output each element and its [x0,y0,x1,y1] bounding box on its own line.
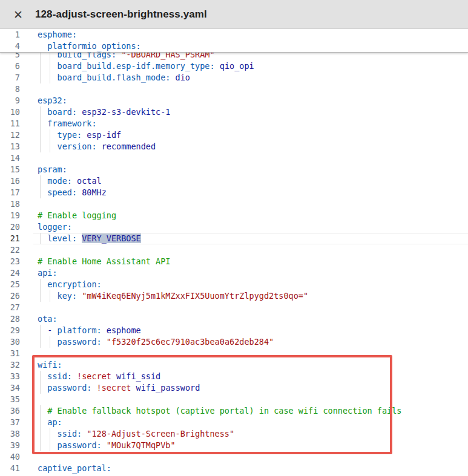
line-number[interactable]: 29 [0,325,24,336]
line-number[interactable]: 33 [0,371,24,382]
code-line[interactable]: 41captive_portal: [0,463,468,474]
code-line[interactable]: 24api: [0,267,468,279]
line-number[interactable]: 10 [0,106,24,118]
code-line[interactable]: 34 password: !secret wifi_password [0,382,468,394]
line-number[interactable]: 25 [0,279,24,290]
code-line[interactable]: 38 ssid: "128-Adjust-Screen-Brightness" [0,428,468,440]
whitespace [38,279,47,289]
code-line[interactable]: 29 - platform: esphome [0,325,468,336]
yaml-key: board_build.flash_mode: [58,73,171,82]
code-line[interactable]: 17 speed: 80MHz [0,187,468,198]
line-number[interactable]: 34 [0,382,24,394]
code-line[interactable]: 39 password: "MOuk7QTMqPVb" [0,440,468,451]
line-number[interactable]: 17 [0,187,24,198]
code-text: board: esp32-s3-devkitc-1 [38,106,171,118]
yaml-value: 80MHz [82,187,107,197]
code-line[interactable]: 32wifi: [0,359,468,371]
line-number[interactable]: 38 [0,428,24,440]
line-number[interactable]: 28 [0,313,24,325]
line-number[interactable]: 21 [0,233,24,244]
line-number[interactable]: 23 [0,256,24,267]
line-number[interactable]: 9 [0,95,24,106]
line-number[interactable]: 6 [0,60,24,72]
whitespace [38,41,47,51]
line-number[interactable]: 7 [0,72,24,83]
line-number[interactable]: 24 [0,267,24,279]
yaml-secret-tag: !secret [77,371,111,381]
code-line-current[interactable]: 21 level: VERY_VERBOSE [0,233,468,244]
line-number[interactable]: 8 [0,83,24,95]
line-number[interactable]: 20 [0,221,24,233]
code-line[interactable]: 37 ap: [0,417,468,428]
indent-guide [50,141,50,152]
code-line[interactable]: 33 ssid: !secret wifi_ssid [0,371,468,382]
code-line[interactable]: 20logger: [0,221,468,233]
code-line[interactable]: 23# Enable Home Assistant API [0,256,468,267]
code-line[interactable]: 8 [0,83,468,95]
line-number[interactable]: 27 [0,302,24,313]
line-number[interactable]: 19 [0,210,24,221]
code-line[interactable]: 36 # Enable fallback hotspot (captive po… [0,405,468,417]
yaml-key: esphome: [38,30,77,39]
line-number[interactable]: 12 [0,129,24,141]
code-line[interactable]: 30 password: "f5320f25c6ec7910ac3bea0a62… [0,336,468,348]
code-line[interactable]: 31 [0,348,468,359]
code-line[interactable]: 27 [0,302,468,313]
code-line[interactable]: 40 [0,451,468,463]
code-line[interactable]: 22 [0,244,468,256]
code-line[interactable]: 16 mode: octal [0,175,468,187]
line-number[interactable]: 14 [0,152,24,164]
line-number[interactable]: 32 [0,359,24,371]
code-editor[interactable]: 5 build_flags: "-DBOARD_HAS_PSRAM"6 boar… [0,29,468,476]
line-number[interactable]: 13 [0,141,24,152]
line-number[interactable]: 31 [0,348,24,359]
code-line[interactable]: 4 platformio_options: [0,41,468,52]
code-line[interactable]: 12 type: esp-idf [0,129,468,141]
code-line[interactable]: 13 version: recommended [0,141,468,152]
code-line[interactable]: 7 board_build.flash_mode: dio [0,72,468,83]
line-number[interactable]: 36 [0,405,24,417]
line-number[interactable]: 40 [0,451,24,463]
yaml-value: qio_opi [220,61,254,71]
indent-guide [50,336,50,348]
line-number[interactable]: 1 [0,29,24,41]
yaml-key: speed: [47,187,77,197]
code-line[interactable]: 28ota: [0,313,468,325]
line-number[interactable]: 11 [0,118,24,129]
line-number[interactable]: 26 [0,290,24,302]
code-line[interactable]: 26 key: "mW4iKeq6ENyj5m1kMZxxFIX5UuomYtr… [0,290,468,302]
code-text: ap: [38,417,62,428]
line-number[interactable]: 39 [0,440,24,451]
close-button[interactable]: ✕ [7,4,29,25]
line-number[interactable]: 15 [0,164,24,175]
yaml-key: ssid: [47,371,72,381]
code-line[interactable]: 6 board_build.esp-idf.memory_type: qio_o… [0,60,468,72]
code-line[interactable]: 18 [0,198,468,210]
line-number[interactable]: 18 [0,198,24,210]
indent-guide [40,371,41,382]
code-line[interactable]: 9esp32: [0,95,468,106]
indent-guide [40,405,41,417]
line-number[interactable]: 4 [0,41,24,52]
code-line[interactable]: 11 framework: [0,118,468,129]
code-line[interactable]: 14 [0,152,468,164]
line-number[interactable]: 16 [0,175,24,187]
line-number[interactable]: 37 [0,417,24,428]
code-text: board_build.flash_mode: dio [38,72,190,83]
code-line[interactable]: 25 encryption: [0,279,468,290]
code-line[interactable]: 10 board: esp32-s3-devkitc-1 [0,106,468,118]
line-number[interactable]: 22 [0,244,24,256]
yaml-key: platformio_options: [47,41,140,51]
code-line[interactable]: 35 [0,394,468,405]
line-number[interactable]: 41 [0,463,24,474]
line-number[interactable]: 30 [0,336,24,348]
indent-guide [50,428,50,440]
whitespace [38,383,47,393]
code-text: platformio_options: [38,41,141,52]
code-line[interactable]: 1esphome: [0,29,468,41]
line-number[interactable]: 35 [0,394,24,405]
code-line[interactable]: 19# Enable logging [0,210,468,221]
code-line[interactable]: 15psram: [0,164,468,175]
code-text: wifi: [38,359,62,371]
whitespace [38,417,47,427]
